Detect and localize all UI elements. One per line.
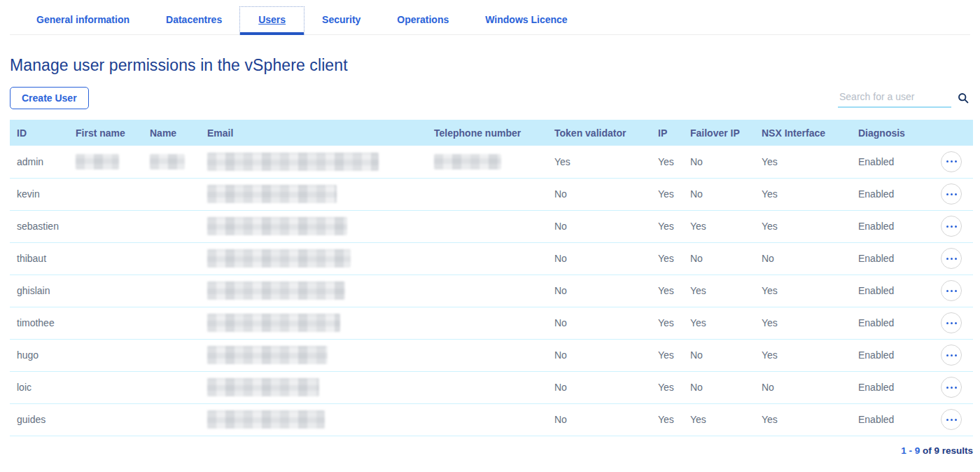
name-cell bbox=[150, 146, 207, 178]
tab-label: Windows Licence bbox=[485, 14, 567, 25]
tab-bar: General information Datacentres Users Se… bbox=[10, 0, 970, 35]
failover-ip-cell: Yes bbox=[690, 275, 762, 307]
name-cell bbox=[150, 242, 207, 275]
table-row: loic No Yes No No Enabled bbox=[10, 371, 973, 403]
magnifier-icon[interactable] bbox=[958, 92, 969, 104]
first-name-cell bbox=[76, 307, 150, 339]
name-cell bbox=[150, 371, 207, 403]
ellipsis-icon bbox=[946, 225, 948, 228]
email-cell bbox=[207, 339, 434, 371]
diagnosis-cell: Enabled bbox=[858, 339, 931, 371]
search-input[interactable] bbox=[838, 89, 951, 108]
table-row: thibaut No Yes No No Enabled bbox=[10, 242, 973, 275]
email-cell bbox=[207, 403, 434, 436]
row-actions-button[interactable] bbox=[941, 183, 962, 204]
token-validator-cell: No bbox=[554, 275, 658, 307]
nsx-interface-cell: No bbox=[762, 242, 858, 275]
tab-operations[interactable]: Operations bbox=[379, 7, 467, 34]
row-actions-button[interactable] bbox=[941, 280, 962, 301]
name-cell bbox=[150, 339, 207, 371]
diagnosis-cell: Enabled bbox=[858, 178, 931, 210]
redacted-telephone bbox=[434, 154, 501, 169]
first-name-cell bbox=[76, 242, 150, 275]
token-validator-cell: Yes bbox=[554, 146, 658, 178]
first-name-cell bbox=[76, 275, 150, 307]
ip-cell: Yes bbox=[658, 275, 690, 307]
first-name-cell bbox=[76, 210, 150, 242]
first-name-cell bbox=[76, 403, 150, 436]
table-row: kevin No Yes No Yes Enabled bbox=[10, 178, 973, 210]
user-id-cell: hugo bbox=[10, 339, 76, 371]
email-cell bbox=[207, 210, 434, 242]
row-actions-button[interactable] bbox=[941, 312, 962, 333]
nsx-interface-cell: Yes bbox=[762, 178, 858, 210]
nsx-interface-cell: Yes bbox=[762, 403, 858, 436]
token-validator-cell: No bbox=[554, 339, 658, 371]
nsx-interface-cell: Yes bbox=[762, 210, 858, 242]
column-header-first-name: First name bbox=[76, 120, 150, 146]
ellipsis-icon bbox=[946, 322, 948, 324]
email-cell bbox=[207, 146, 434, 178]
ellipsis-icon bbox=[946, 193, 948, 195]
column-header-name: Name bbox=[150, 120, 207, 146]
name-cell bbox=[150, 275, 207, 307]
actions-cell bbox=[931, 242, 973, 275]
tab-label: Operations bbox=[397, 14, 449, 25]
row-actions-button[interactable] bbox=[941, 345, 962, 366]
actions-cell bbox=[931, 146, 973, 178]
toolbar: Create User bbox=[10, 87, 970, 109]
tab-general-information[interactable]: General information bbox=[18, 7, 148, 34]
name-cell bbox=[150, 178, 207, 210]
failover-ip-cell: No bbox=[690, 339, 762, 371]
telephone-cell bbox=[434, 178, 554, 210]
column-header-email: Email bbox=[207, 120, 434, 146]
row-actions-button[interactable] bbox=[941, 248, 962, 269]
redacted-email bbox=[207, 217, 347, 235]
email-cell bbox=[207, 178, 434, 210]
failover-ip-cell: Yes bbox=[690, 403, 762, 436]
create-user-button[interactable]: Create User bbox=[10, 87, 89, 109]
redacted-first-name bbox=[76, 154, 119, 169]
table-row: ghislain No Yes Yes Yes Enabled bbox=[10, 275, 973, 307]
ip-cell: Yes bbox=[658, 146, 690, 178]
diagnosis-cell: Enabled bbox=[858, 275, 931, 307]
first-name-cell bbox=[76, 146, 150, 178]
failover-ip-cell: Yes bbox=[690, 307, 762, 339]
ip-cell: Yes bbox=[658, 210, 690, 242]
ellipsis-icon bbox=[946, 160, 948, 162]
telephone-cell bbox=[434, 210, 554, 242]
redacted-email bbox=[207, 314, 340, 332]
redacted-email bbox=[207, 153, 379, 171]
column-header-id: ID bbox=[10, 120, 76, 146]
tab-label: Users bbox=[258, 14, 286, 25]
failover-ip-cell: No bbox=[690, 242, 762, 275]
telephone-cell bbox=[434, 275, 554, 307]
ip-cell: Yes bbox=[658, 307, 690, 339]
telephone-cell bbox=[434, 146, 554, 178]
failover-ip-cell: No bbox=[690, 371, 762, 403]
ellipsis-icon bbox=[946, 258, 948, 260]
table-row: admin Yes Yes No Yes Enabled bbox=[10, 146, 973, 178]
diagnosis-cell: Enabled bbox=[858, 371, 931, 403]
pagination-suffix: of 9 results bbox=[923, 445, 973, 456]
tab-users[interactable]: Users bbox=[240, 7, 304, 34]
token-validator-cell: No bbox=[554, 210, 658, 242]
row-actions-button[interactable] bbox=[941, 377, 962, 398]
failover-ip-cell: No bbox=[690, 146, 762, 178]
row-actions-button[interactable] bbox=[941, 151, 962, 172]
nsx-interface-cell: Yes bbox=[762, 275, 858, 307]
tab-security[interactable]: Security bbox=[304, 7, 379, 34]
ip-cell: Yes bbox=[658, 371, 690, 403]
token-validator-cell: No bbox=[554, 371, 658, 403]
actions-cell bbox=[931, 371, 973, 403]
row-actions-button[interactable] bbox=[941, 216, 962, 237]
diagnosis-cell: Enabled bbox=[858, 242, 931, 275]
ellipsis-icon bbox=[946, 354, 948, 356]
tab-windows-licence[interactable]: Windows Licence bbox=[467, 7, 585, 34]
tab-datacentres[interactable]: Datacentres bbox=[148, 7, 240, 34]
redacted-email bbox=[207, 249, 351, 268]
row-actions-button[interactable] bbox=[941, 409, 962, 430]
actions-cell bbox=[931, 307, 973, 339]
token-validator-cell: No bbox=[554, 178, 658, 210]
nsx-interface-cell: Yes bbox=[762, 339, 858, 371]
